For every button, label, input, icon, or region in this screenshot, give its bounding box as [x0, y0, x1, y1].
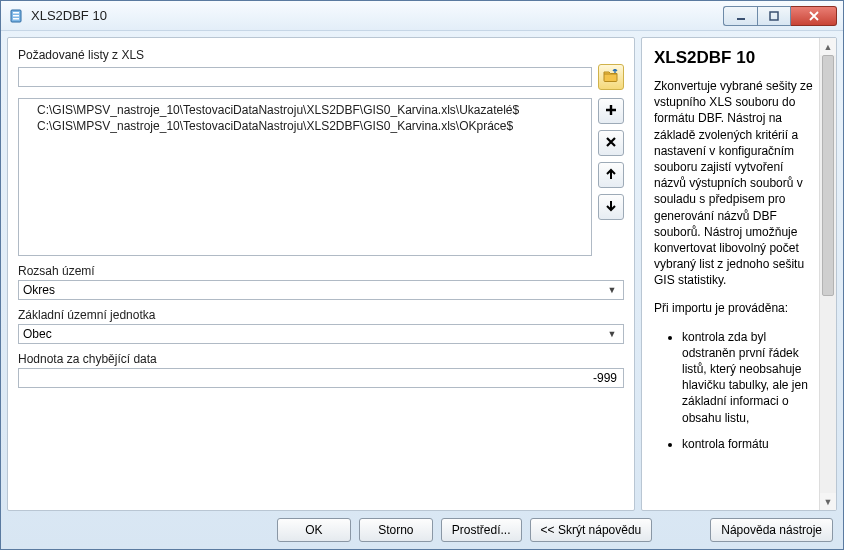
missing-value-input[interactable]: -999 [18, 368, 624, 388]
svg-rect-3 [13, 18, 19, 20]
hide-help-button[interactable]: << Skrýt nápovědu [530, 518, 653, 542]
list-item[interactable]: C:\GIS\MPSV_nastroje_10\TestovaciDataNas… [19, 102, 591, 118]
plus-icon [604, 103, 618, 120]
cancel-button[interactable]: Storno [359, 518, 433, 542]
svg-rect-1 [13, 12, 19, 14]
scroll-track[interactable] [820, 55, 836, 493]
folder-open-icon [603, 69, 619, 86]
svg-rect-5 [770, 12, 778, 20]
x-icon [604, 135, 618, 152]
extent-select[interactable]: Okres ▼ [18, 280, 624, 300]
move-up-button[interactable] [598, 162, 624, 188]
chevron-down-icon: ▼ [605, 285, 619, 295]
svg-rect-4 [737, 18, 745, 20]
help-list-item: kontrola formátu [682, 436, 818, 452]
sheets-label: Požadované listy z XLS [18, 48, 624, 62]
window-title: XLS2DBF 10 [31, 8, 723, 23]
main-panel: Požadované listy z XLS C:\GIS\MPSV_nast [7, 37, 635, 511]
missing-label: Hodnota za chybějící data [18, 352, 624, 366]
environment-button[interactable]: Prostředí... [441, 518, 522, 542]
add-button[interactable] [598, 98, 624, 124]
sheets-listbox[interactable]: C:\GIS\MPSV_nastroje_10\TestovaciDataNas… [18, 98, 592, 256]
move-down-button[interactable] [598, 194, 624, 220]
scroll-down-icon[interactable]: ▼ [820, 493, 836, 510]
ok-button[interactable]: OK [277, 518, 351, 542]
extent-label: Rozsah území [18, 264, 624, 278]
path-input[interactable] [18, 67, 592, 87]
help-list-item: kontrola zda byl odstraněn první řádek l… [682, 329, 818, 426]
scroll-thumb[interactable] [822, 55, 834, 296]
tool-help-button[interactable]: Nápověda nástroje [710, 518, 833, 542]
help-title: XLS2DBF 10 [654, 48, 818, 68]
help-panel: XLS2DBF 10 Zkonvertuje vybrané sešity ze… [641, 37, 837, 511]
list-item[interactable]: C:\GIS\MPSV_nastroje_10\TestovaciDataNas… [19, 118, 591, 134]
minimize-button[interactable] [723, 6, 757, 26]
arrow-up-icon [604, 167, 618, 184]
help-paragraph: Při importu je prováděna: [654, 300, 818, 316]
arrow-down-icon [604, 199, 618, 216]
chevron-down-icon: ▼ [605, 329, 619, 339]
remove-button[interactable] [598, 130, 624, 156]
browse-button[interactable] [598, 64, 624, 90]
extent-value: Okres [23, 283, 605, 297]
app-icon [9, 8, 25, 24]
unit-value: Obec [23, 327, 605, 341]
close-button[interactable] [791, 6, 837, 26]
help-scrollbar[interactable]: ▲ ▼ [819, 38, 836, 510]
app-window: XLS2DBF 10 Požadované listy z XLS [0, 0, 844, 550]
svg-rect-2 [13, 15, 19, 17]
button-bar: OK Storno Prostředí... << Skrýt nápovědu… [1, 511, 843, 549]
missing-value: -999 [593, 371, 617, 385]
unit-label: Základní územní jednotka [18, 308, 624, 322]
unit-select[interactable]: Obec ▼ [18, 324, 624, 344]
scroll-up-icon[interactable]: ▲ [820, 38, 836, 55]
maximize-button[interactable] [757, 6, 791, 26]
help-paragraph: Zkonvertuje vybrané sešity ze vstupního … [654, 78, 818, 288]
titlebar: XLS2DBF 10 [1, 1, 843, 31]
